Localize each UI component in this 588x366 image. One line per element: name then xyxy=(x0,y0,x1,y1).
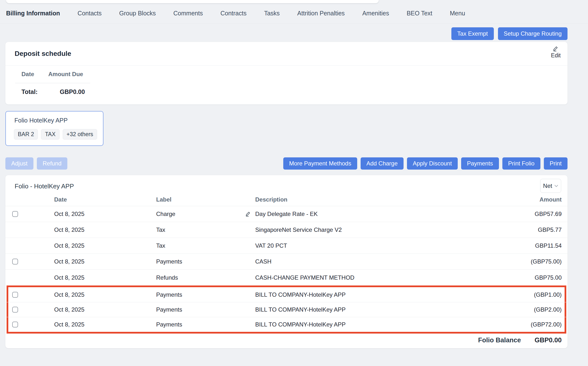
deposit-schedule-card: Deposit schedule Edit Date Amount Due To… xyxy=(5,42,568,104)
row-description: BILL TO COMPANY-HotelKey APP xyxy=(255,321,345,328)
deposit-table-underline xyxy=(15,83,90,83)
refund-button[interactable]: Refund xyxy=(37,157,67,170)
print-folio-button[interactable]: Print Folio xyxy=(502,157,540,170)
row-date: Oct 8, 2025 xyxy=(54,306,84,313)
row-description: CASH xyxy=(255,258,272,265)
deposit-total-value: GBP0.00 xyxy=(60,88,85,95)
row-description: BILL TO COMPANY-HotelKey APP xyxy=(255,306,345,313)
table-row-highlighted: Oct 8, 2025 Payments BILL TO COMPANY-Hot… xyxy=(5,317,568,332)
folio-column-headers: Date Label Description Amount xyxy=(5,195,568,206)
chip-bar-2[interactable]: BAR 2 xyxy=(14,129,38,140)
row-checkbox[interactable] xyxy=(12,322,18,327)
row-amount: GBP57.69 xyxy=(535,211,562,217)
row-description: BILL TO COMPANY-HotelKey APP xyxy=(255,291,345,298)
highlighted-rows-box: Oct 8, 2025 Payments BILL TO COMPANY-Hot… xyxy=(7,285,566,334)
setup-charge-routing-button[interactable]: Setup Charge Routing xyxy=(498,27,568,40)
deposit-header-divider xyxy=(5,65,568,66)
tab-billing-information[interactable]: Billing Information xyxy=(6,10,60,17)
folio-balance-value: GBP0.00 xyxy=(535,336,562,344)
nav-divider xyxy=(0,23,588,24)
tab-beo-text[interactable]: BEO Text xyxy=(407,10,432,17)
chip-more-others[interactable]: +32 others xyxy=(63,129,97,140)
row-label: Tax xyxy=(156,242,165,249)
row-date: Oct 8, 2025 xyxy=(54,242,84,249)
row-label: Payments xyxy=(156,321,182,328)
row-label: Payments xyxy=(156,306,182,313)
tab-amenities[interactable]: Amenities xyxy=(362,10,389,17)
folio-table-card: Folio - HotelKey APP Net Date Label Desc… xyxy=(5,175,568,348)
table-row: Oct 8, 2025 Payments CASH (GBP75.00) xyxy=(5,254,568,270)
folio-rows: Oct 8, 2025 Charge Day Delegate Rate - E… xyxy=(5,206,568,334)
row-date: Oct 8, 2025 xyxy=(54,291,84,298)
row-amount: (GBP2.00) xyxy=(534,306,562,313)
row-date: Oct 8, 2025 xyxy=(54,274,84,281)
row-date: Oct 8, 2025 xyxy=(54,258,84,265)
apply-discount-button[interactable]: Apply Discount xyxy=(407,157,458,170)
folio-footer: Folio Balance GBP0.00 xyxy=(5,334,568,348)
row-date: Oct 8, 2025 xyxy=(54,321,84,328)
tab-comments[interactable]: Comments xyxy=(173,10,203,17)
deposit-col-amount-due: Amount Due xyxy=(48,71,83,78)
row-description: CASH-CHANGE PAYMENT METHOD xyxy=(255,274,355,281)
chip-tax[interactable]: TAX xyxy=(41,129,59,140)
chevron-down-icon xyxy=(554,185,558,187)
tab-group-blocks[interactable]: Group Blocks xyxy=(119,10,156,17)
row-checkbox[interactable] xyxy=(12,259,18,264)
row-amount: GBP75.00 xyxy=(535,274,562,281)
table-row: Oct 8, 2025 Charge Day Delegate Rate - E… xyxy=(5,206,568,222)
previous-section-card-edge xyxy=(6,0,379,3)
edit-charge-icon[interactable] xyxy=(245,211,251,217)
more-payment-methods-button[interactable]: More Payment Methods xyxy=(283,157,357,170)
row-amount: GBP11.54 xyxy=(535,242,562,249)
table-row: Oct 8, 2025 Tax VAT 20 PCT GBP11.54 xyxy=(5,238,568,254)
tab-menu[interactable]: Menu xyxy=(450,10,465,17)
net-dropdown[interactable]: Net xyxy=(540,179,561,193)
folio-left-actions: Adjust Refund xyxy=(5,157,67,170)
tax-exempt-button[interactable]: Tax Exempt xyxy=(451,27,494,40)
row-date: Oct 8, 2025 xyxy=(54,211,84,217)
folio-selector-chips: BAR 2 TAX +32 others xyxy=(14,129,97,140)
row-amount: (GBP1.00) xyxy=(534,291,562,298)
row-checkbox[interactable] xyxy=(12,211,18,217)
section-tabs: Billing Information Contacts Group Block… xyxy=(6,10,465,17)
table-row-highlighted: Oct 8, 2025 Payments BILL TO COMPANY-Hot… xyxy=(5,287,568,302)
col-header-date: Date xyxy=(54,196,67,203)
tab-contacts[interactable]: Contacts xyxy=(78,10,102,17)
folio-balance-label: Folio Balance xyxy=(478,336,521,344)
row-checkbox[interactable] xyxy=(12,307,18,313)
col-header-label: Label xyxy=(156,196,172,203)
row-label: Payments xyxy=(156,291,182,298)
row-checkbox[interactable] xyxy=(12,292,18,298)
row-label: Refunds xyxy=(156,274,178,281)
net-dropdown-value: Net xyxy=(543,183,552,189)
row-label: Tax xyxy=(156,226,165,233)
top-action-buttons: Tax Exempt Setup Charge Routing xyxy=(451,27,568,40)
folio-selector-title: Folio HotelKey APP xyxy=(14,117,68,124)
row-label: Payments xyxy=(156,258,182,265)
row-amount: (GBP75.00) xyxy=(531,258,562,265)
print-button[interactable]: Print xyxy=(544,157,568,170)
table-row: Oct 8, 2025 Refunds CASH-CHANGE PAYMENT … xyxy=(5,270,568,285)
tab-tasks[interactable]: Tasks xyxy=(264,10,280,17)
payments-button[interactable]: Payments xyxy=(461,157,499,170)
row-amount: GBP5.77 xyxy=(538,226,562,233)
row-date: Oct 8, 2025 xyxy=(54,226,84,233)
pencil-icon xyxy=(553,45,559,52)
edit-label: Edit xyxy=(551,52,561,59)
table-row: Oct 8, 2025 Tax SingaporeNet Service Cha… xyxy=(5,222,568,238)
edit-deposit-schedule-button[interactable]: Edit xyxy=(551,45,561,59)
row-description: VAT 20 PCT xyxy=(255,242,287,249)
add-charge-button[interactable]: Add Charge xyxy=(361,157,404,170)
folio-selector-card[interactable]: Folio HotelKey APP BAR 2 TAX +32 others xyxy=(5,111,103,146)
tab-contracts[interactable]: Contracts xyxy=(220,10,246,17)
row-description: SingaporeNet Service Charge V2 xyxy=(255,226,342,233)
row-label: Charge xyxy=(156,211,175,217)
deposit-schedule-title: Deposit schedule xyxy=(15,50,71,58)
col-header-amount: Amount xyxy=(539,196,562,203)
row-amount: (GBP72.00) xyxy=(531,321,562,328)
col-header-description: Description xyxy=(255,196,287,203)
folio-right-actions: More Payment Methods Add Charge Apply Di… xyxy=(283,157,568,170)
adjust-button[interactable]: Adjust xyxy=(5,157,33,170)
tab-attrition-penalties[interactable]: Attrition Penalties xyxy=(297,10,345,17)
row-description: Day Delegate Rate - EK xyxy=(255,211,318,217)
